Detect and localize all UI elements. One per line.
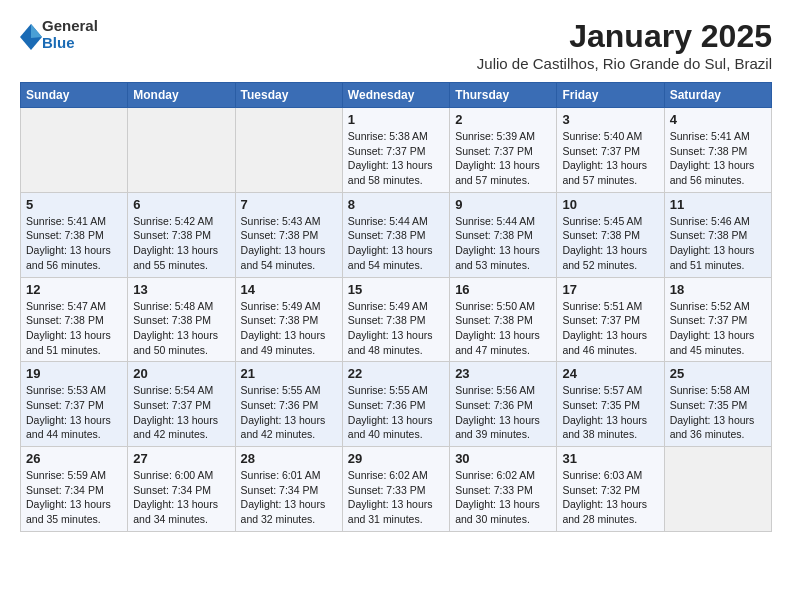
weekday-row: SundayMondayTuesdayWednesdayThursdayFrid… (21, 83, 772, 108)
calendar-cell: 28Sunrise: 6:01 AMSunset: 7:34 PMDayligh… (235, 447, 342, 532)
logo-blue: Blue (42, 35, 98, 52)
calendar-cell: 19Sunrise: 5:53 AMSunset: 7:37 PMDayligh… (21, 362, 128, 447)
calendar-cell: 29Sunrise: 6:02 AMSunset: 7:33 PMDayligh… (342, 447, 449, 532)
day-number: 24 (562, 366, 658, 381)
day-number: 17 (562, 282, 658, 297)
calendar-cell: 21Sunrise: 5:55 AMSunset: 7:36 PMDayligh… (235, 362, 342, 447)
calendar-cell: 18Sunrise: 5:52 AMSunset: 7:37 PMDayligh… (664, 277, 771, 362)
calendar-cell: 27Sunrise: 6:00 AMSunset: 7:34 PMDayligh… (128, 447, 235, 532)
weekday-header: Monday (128, 83, 235, 108)
weekday-header: Tuesday (235, 83, 342, 108)
day-number: 19 (26, 366, 122, 381)
day-number: 23 (455, 366, 551, 381)
calendar-cell: 22Sunrise: 5:55 AMSunset: 7:36 PMDayligh… (342, 362, 449, 447)
cell-content: Sunrise: 6:01 AMSunset: 7:34 PMDaylight:… (241, 468, 337, 527)
calendar-week-row: 1Sunrise: 5:38 AMSunset: 7:37 PMDaylight… (21, 108, 772, 193)
calendar-cell: 24Sunrise: 5:57 AMSunset: 7:35 PMDayligh… (557, 362, 664, 447)
logo: General Blue (20, 18, 98, 51)
calendar-cell: 15Sunrise: 5:49 AMSunset: 7:38 PMDayligh… (342, 277, 449, 362)
cell-content: Sunrise: 5:45 AMSunset: 7:38 PMDaylight:… (562, 214, 658, 273)
cell-content: Sunrise: 5:54 AMSunset: 7:37 PMDaylight:… (133, 383, 229, 442)
day-number: 21 (241, 366, 337, 381)
calendar-cell (235, 108, 342, 193)
calendar-cell: 20Sunrise: 5:54 AMSunset: 7:37 PMDayligh… (128, 362, 235, 447)
calendar-cell: 7Sunrise: 5:43 AMSunset: 7:38 PMDaylight… (235, 192, 342, 277)
calendar-cell: 10Sunrise: 5:45 AMSunset: 7:38 PMDayligh… (557, 192, 664, 277)
calendar-cell: 25Sunrise: 5:58 AMSunset: 7:35 PMDayligh… (664, 362, 771, 447)
calendar-cell: 13Sunrise: 5:48 AMSunset: 7:38 PMDayligh… (128, 277, 235, 362)
calendar-cell (128, 108, 235, 193)
calendar-cell: 31Sunrise: 6:03 AMSunset: 7:32 PMDayligh… (557, 447, 664, 532)
day-number: 27 (133, 451, 229, 466)
cell-content: Sunrise: 6:03 AMSunset: 7:32 PMDaylight:… (562, 468, 658, 527)
calendar-cell: 14Sunrise: 5:49 AMSunset: 7:38 PMDayligh… (235, 277, 342, 362)
day-number: 6 (133, 197, 229, 212)
calendar-cell: 11Sunrise: 5:46 AMSunset: 7:38 PMDayligh… (664, 192, 771, 277)
calendar-cell: 23Sunrise: 5:56 AMSunset: 7:36 PMDayligh… (450, 362, 557, 447)
calendar-cell: 26Sunrise: 5:59 AMSunset: 7:34 PMDayligh… (21, 447, 128, 532)
calendar-title: January 2025 (477, 18, 772, 55)
cell-content: Sunrise: 5:53 AMSunset: 7:37 PMDaylight:… (26, 383, 122, 442)
cell-content: Sunrise: 5:38 AMSunset: 7:37 PMDaylight:… (348, 129, 444, 188)
title-block: January 2025 Julio de Castilhos, Rio Gra… (477, 18, 772, 72)
calendar-cell: 1Sunrise: 5:38 AMSunset: 7:37 PMDaylight… (342, 108, 449, 193)
day-number: 13 (133, 282, 229, 297)
logo-general: General (42, 18, 98, 35)
day-number: 11 (670, 197, 766, 212)
day-number: 14 (241, 282, 337, 297)
day-number: 25 (670, 366, 766, 381)
weekday-header: Sunday (21, 83, 128, 108)
cell-content: Sunrise: 5:49 AMSunset: 7:38 PMDaylight:… (348, 299, 444, 358)
cell-content: Sunrise: 5:49 AMSunset: 7:38 PMDaylight:… (241, 299, 337, 358)
day-number: 8 (348, 197, 444, 212)
cell-content: Sunrise: 5:55 AMSunset: 7:36 PMDaylight:… (241, 383, 337, 442)
cell-content: Sunrise: 5:44 AMSunset: 7:38 PMDaylight:… (455, 214, 551, 273)
calendar-cell: 12Sunrise: 5:47 AMSunset: 7:38 PMDayligh… (21, 277, 128, 362)
day-number: 3 (562, 112, 658, 127)
day-number: 31 (562, 451, 658, 466)
day-number: 12 (26, 282, 122, 297)
cell-content: Sunrise: 5:50 AMSunset: 7:38 PMDaylight:… (455, 299, 551, 358)
calendar-subtitle: Julio de Castilhos, Rio Grande do Sul, B… (477, 55, 772, 72)
day-number: 1 (348, 112, 444, 127)
cell-content: Sunrise: 5:42 AMSunset: 7:38 PMDaylight:… (133, 214, 229, 273)
weekday-header: Wednesday (342, 83, 449, 108)
calendar-cell: 5Sunrise: 5:41 AMSunset: 7:38 PMDaylight… (21, 192, 128, 277)
cell-content: Sunrise: 6:02 AMSunset: 7:33 PMDaylight:… (455, 468, 551, 527)
cell-content: Sunrise: 6:02 AMSunset: 7:33 PMDaylight:… (348, 468, 444, 527)
day-number: 2 (455, 112, 551, 127)
cell-content: Sunrise: 5:46 AMSunset: 7:38 PMDaylight:… (670, 214, 766, 273)
calendar-cell: 30Sunrise: 6:02 AMSunset: 7:33 PMDayligh… (450, 447, 557, 532)
day-number: 7 (241, 197, 337, 212)
day-number: 16 (455, 282, 551, 297)
calendar-table: SundayMondayTuesdayWednesdayThursdayFrid… (20, 82, 772, 532)
calendar-cell (21, 108, 128, 193)
day-number: 5 (26, 197, 122, 212)
calendar-body: 1Sunrise: 5:38 AMSunset: 7:37 PMDaylight… (21, 108, 772, 532)
calendar-page: General Blue January 2025 Julio de Casti… (0, 0, 792, 550)
cell-content: Sunrise: 5:41 AMSunset: 7:38 PMDaylight:… (670, 129, 766, 188)
calendar-week-row: 5Sunrise: 5:41 AMSunset: 7:38 PMDaylight… (21, 192, 772, 277)
calendar-cell: 2Sunrise: 5:39 AMSunset: 7:37 PMDaylight… (450, 108, 557, 193)
calendar-cell: 8Sunrise: 5:44 AMSunset: 7:38 PMDaylight… (342, 192, 449, 277)
header: General Blue January 2025 Julio de Casti… (20, 18, 772, 72)
cell-content: Sunrise: 5:57 AMSunset: 7:35 PMDaylight:… (562, 383, 658, 442)
cell-content: Sunrise: 5:55 AMSunset: 7:36 PMDaylight:… (348, 383, 444, 442)
day-number: 22 (348, 366, 444, 381)
cell-content: Sunrise: 5:51 AMSunset: 7:37 PMDaylight:… (562, 299, 658, 358)
calendar-week-row: 19Sunrise: 5:53 AMSunset: 7:37 PMDayligh… (21, 362, 772, 447)
day-number: 9 (455, 197, 551, 212)
calendar-cell: 6Sunrise: 5:42 AMSunset: 7:38 PMDaylight… (128, 192, 235, 277)
cell-content: Sunrise: 5:48 AMSunset: 7:38 PMDaylight:… (133, 299, 229, 358)
day-number: 20 (133, 366, 229, 381)
calendar-header: SundayMondayTuesdayWednesdayThursdayFrid… (21, 83, 772, 108)
day-number: 10 (562, 197, 658, 212)
cell-content: Sunrise: 5:40 AMSunset: 7:37 PMDaylight:… (562, 129, 658, 188)
cell-content: Sunrise: 5:58 AMSunset: 7:35 PMDaylight:… (670, 383, 766, 442)
weekday-header: Saturday (664, 83, 771, 108)
day-number: 26 (26, 451, 122, 466)
day-number: 4 (670, 112, 766, 127)
cell-content: Sunrise: 5:39 AMSunset: 7:37 PMDaylight:… (455, 129, 551, 188)
calendar-cell: 16Sunrise: 5:50 AMSunset: 7:38 PMDayligh… (450, 277, 557, 362)
weekday-header: Thursday (450, 83, 557, 108)
